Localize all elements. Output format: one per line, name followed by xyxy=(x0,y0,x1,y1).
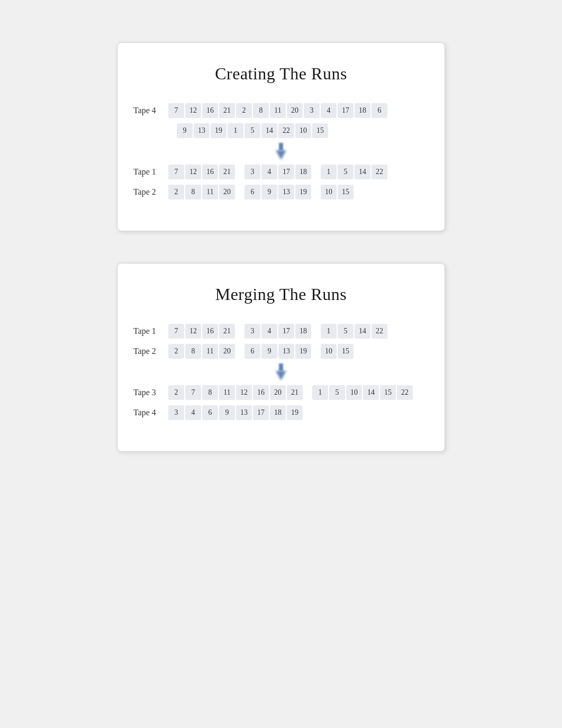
tape4-row-merging: Tape 4 3 4 6 9 13 17 18 19 xyxy=(133,405,429,421)
num-box: 18 xyxy=(295,324,311,339)
merging-runs-card: Merging The Runs Tape 1 7 12 16 21 3 4 1… xyxy=(117,263,445,452)
tape3-label-merging: Tape 3 xyxy=(133,388,168,397)
num-box: 9 xyxy=(261,344,277,359)
tape2-row-merging: Tape 2 2 8 11 20 6 9 13 19 10 15 xyxy=(133,343,429,359)
num-box: 3 xyxy=(244,324,260,339)
num-box: 1 xyxy=(312,385,328,400)
num-box: 7 xyxy=(168,165,184,179)
arrow-head xyxy=(276,150,286,160)
num-box: 2 xyxy=(168,344,184,359)
tape2-label-merging: Tape 2 xyxy=(133,347,168,356)
tape4-numbers-creating: 7 12 16 21 2 8 11 20 3 4 17 18 6 xyxy=(168,103,388,119)
num-box: 16 xyxy=(253,385,269,400)
num-box: 16 xyxy=(202,324,218,339)
creating-title: Creating The Runs xyxy=(133,64,429,84)
num-box: 21 xyxy=(219,103,235,118)
num-box: 18 xyxy=(270,405,286,420)
tape1-label-creating: Tape 1 xyxy=(133,167,168,177)
sub-numbers-creating: 9 13 19 1 5 14 22 10 15 xyxy=(168,123,329,139)
num-box: 3 xyxy=(244,165,260,179)
num-box: 22 xyxy=(371,324,387,339)
num-box: 1 xyxy=(321,165,337,179)
num-box: 13 xyxy=(278,344,294,359)
tape2-numbers-merging: 2 8 11 20 6 9 13 19 10 15 xyxy=(168,343,354,359)
num-box: 22 xyxy=(278,123,294,138)
num-box: 17 xyxy=(278,165,294,179)
num-box: 15 xyxy=(338,344,353,359)
num-box: 9 xyxy=(261,185,277,199)
num-box: 1 xyxy=(321,324,337,339)
num-box: 15 xyxy=(338,185,353,199)
num-box: 5 xyxy=(244,123,260,138)
num-box: 20 xyxy=(287,103,303,118)
num-box: 2 xyxy=(236,103,252,118)
gap xyxy=(304,385,311,400)
gap xyxy=(236,185,243,199)
num-box: 11 xyxy=(202,344,218,359)
num-box: 1 xyxy=(228,123,243,138)
num-box: 17 xyxy=(278,324,294,339)
tape1-row-creating: Tape 1 7 12 16 21 3 4 17 18 1 5 14 22 xyxy=(133,164,429,180)
num-box: 13 xyxy=(236,405,252,420)
num-box: 18 xyxy=(355,103,370,118)
num-box: 17 xyxy=(338,103,353,118)
num-box: 8 xyxy=(185,185,201,199)
gap xyxy=(236,344,243,359)
num-box: 7 xyxy=(168,324,184,339)
num-box: 21 xyxy=(219,324,235,339)
tape2-row-creating: Tape 2 2 8 11 20 6 9 13 19 10 15 xyxy=(133,184,429,200)
num-box: 19 xyxy=(295,344,311,359)
num-box: 7 xyxy=(185,385,201,400)
num-box: 8 xyxy=(185,344,201,359)
num-box: 19 xyxy=(211,123,226,138)
tape1-row-merging: Tape 1 7 12 16 21 3 4 17 18 1 5 14 22 xyxy=(133,323,429,339)
arrow-down-creating xyxy=(276,143,286,160)
gap xyxy=(312,344,320,359)
num-box: 14 xyxy=(261,123,277,138)
tape4-label-creating: Tape 4 xyxy=(133,106,168,115)
num-box: 4 xyxy=(321,103,337,118)
gap xyxy=(312,165,320,179)
num-box: 2 xyxy=(168,385,184,400)
num-box: 20 xyxy=(219,185,235,199)
gap xyxy=(168,123,176,138)
num-box: 6 xyxy=(244,185,260,199)
num-box: 10 xyxy=(295,123,311,138)
gap xyxy=(312,185,320,199)
num-box: 14 xyxy=(355,165,370,179)
num-box: 7 xyxy=(168,103,184,118)
gap xyxy=(236,165,243,179)
num-box: 5 xyxy=(338,324,353,339)
num-box: 11 xyxy=(202,185,218,199)
num-box: 13 xyxy=(194,123,210,138)
num-box: 15 xyxy=(312,123,328,138)
num-box: 2 xyxy=(168,185,184,199)
num-box: 6 xyxy=(244,344,260,359)
gap xyxy=(312,324,320,339)
tape3-numbers-merging: 2 7 8 11 12 16 20 21 1 5 10 14 15 22 xyxy=(168,385,413,401)
num-box: 6 xyxy=(202,405,218,420)
num-box: 8 xyxy=(202,385,218,400)
merging-title: Merging The Runs xyxy=(133,285,429,304)
sub-row-creating: 9 13 19 1 5 14 22 10 15 xyxy=(133,123,429,139)
num-box: 6 xyxy=(371,103,387,118)
num-box: 21 xyxy=(287,385,303,400)
num-box: 5 xyxy=(329,385,345,400)
num-box: 14 xyxy=(363,385,379,400)
num-box: 20 xyxy=(219,344,235,359)
tape1-numbers-merging: 7 12 16 21 3 4 17 18 1 5 14 22 xyxy=(168,323,388,339)
num-box: 8 xyxy=(253,103,269,118)
arrow-stem xyxy=(279,143,283,150)
num-box: 3 xyxy=(304,103,320,118)
tape4-numbers-merging: 3 4 6 9 13 17 18 19 xyxy=(168,405,303,421)
num-box: 4 xyxy=(261,165,277,179)
tape1-label-merging: Tape 1 xyxy=(133,326,168,336)
num-box: 19 xyxy=(287,405,303,420)
num-box: 11 xyxy=(270,103,286,118)
num-box: 12 xyxy=(185,165,201,179)
num-box: 15 xyxy=(380,385,396,400)
num-box: 17 xyxy=(253,405,269,420)
num-box: 19 xyxy=(295,185,311,199)
num-box: 12 xyxy=(185,103,201,118)
tape2-label-creating: Tape 2 xyxy=(133,187,168,197)
